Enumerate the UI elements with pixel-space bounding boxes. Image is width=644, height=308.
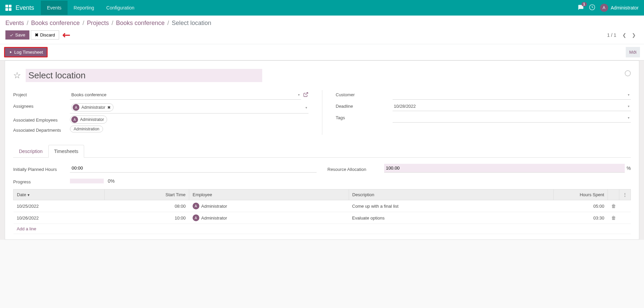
cell-hours[interactable]: 03:30 — [554, 212, 608, 224]
cell-employee[interactable]: AAdministrator — [189, 212, 349, 224]
delete-row-icon[interactable]: 🗑 — [611, 215, 616, 221]
progress-pct: 0% — [108, 178, 115, 184]
remove-assignee-icon[interactable]: ✖ — [107, 105, 110, 110]
chat-icon[interactable]: 1 — [577, 4, 584, 11]
resource-alloc-input[interactable] — [384, 164, 625, 173]
cell-date[interactable]: 10/25/2022 — [14, 200, 105, 212]
breadcrumb: Events/ Books conference/ Projects/ Book… — [5, 20, 211, 27]
kanban-stage-circle[interactable] — [625, 70, 631, 76]
deadline-field[interactable]: 10/28/2022▾ — [393, 102, 631, 111]
nav-configuration[interactable]: Configuration — [100, 1, 141, 15]
label-assoc-dept: Associated Departments — [13, 126, 70, 133]
label-resource-alloc: Resource Allocation — [327, 165, 384, 172]
assoc-dept-tag[interactable]: Administration — [70, 126, 103, 132]
crumb-current: Select location — [172, 20, 211, 27]
assignee-tag[interactable]: A Administrator ✖ — [71, 103, 114, 111]
nav-reporting[interactable]: Reporting — [68, 1, 100, 15]
user-name: Administrator — [611, 5, 639, 10]
sort-caret-icon: ▼ — [27, 193, 30, 197]
user-avatar: A — [600, 4, 608, 12]
col-description[interactable]: Description — [349, 189, 553, 200]
crumb-books-conf-1[interactable]: Books conference — [31, 20, 80, 27]
label-deadline: Deadline — [336, 102, 393, 109]
annotation-arrow: ↙ — [59, 28, 73, 42]
log-timesheet-bar: Log Timesheet Mới — [0, 44, 644, 60]
discard-button[interactable]: ✖ Discard — [31, 30, 59, 40]
emp-avatar: A — [193, 203, 199, 209]
label-assignees: Assignees — [13, 102, 70, 109]
external-link-icon[interactable] — [303, 92, 308, 98]
table-options-icon[interactable]: ⋮ — [619, 189, 631, 200]
emp-avatar: A — [193, 214, 199, 221]
user-menu[interactable]: A Administrator — [600, 4, 639, 12]
tab-timesheets[interactable]: Timesheets — [48, 145, 84, 158]
tags-field[interactable]: ▾ — [393, 113, 631, 123]
crumb-projects[interactable]: Projects — [87, 20, 109, 27]
action-bar: Save ✖ Discard ↙ 1 / 1 ❮ ❯ — [0, 29, 644, 44]
favorite-star-icon[interactable]: ☆ — [13, 70, 21, 81]
form-sheet: ☆ Project Books conference▾ — [5, 60, 639, 240]
resource-unit: % — [627, 165, 631, 171]
label-assoc-emp: Associated Employees — [13, 116, 70, 123]
delete-row-icon[interactable]: 🗑 — [611, 203, 616, 209]
log-timesheet-button[interactable]: Log Timesheet — [4, 47, 48, 57]
pager-next[interactable]: ❯ — [629, 31, 639, 39]
planned-hours-input[interactable] — [70, 164, 317, 173]
save-button[interactable]: Save — [5, 30, 29, 40]
timesheet-table: Date▼ Start Time Employee Description Ho… — [13, 189, 631, 234]
activity-icon[interactable] — [589, 4, 595, 11]
add-line-link[interactable]: Add a line — [14, 224, 631, 234]
status-new[interactable]: Mới — [626, 47, 640, 57]
project-field[interactable]: Books conference▾ — [70, 90, 301, 100]
crumb-events[interactable]: Events — [5, 20, 24, 27]
col-employee[interactable]: Employee — [189, 189, 349, 200]
col-date[interactable]: Date▼ — [14, 189, 105, 200]
pager: 1 / 1 ❮ ❯ — [607, 31, 639, 39]
apps-launcher-icon[interactable] — [5, 5, 11, 11]
label-customer: Customer — [336, 90, 393, 97]
cell-description[interactable]: Come up with a final list — [349, 200, 553, 212]
table-row[interactable]: 10/25/202208:00AAdministratorCome up wit… — [14, 200, 631, 212]
cell-hours[interactable]: 05:00 — [554, 200, 608, 212]
label-planned-hours: Initially Planned Hours — [13, 165, 70, 172]
cell-employee[interactable]: AAdministrator — [189, 200, 349, 212]
breadcrumb-row: Events/ Books conference/ Projects/ Book… — [0, 16, 644, 29]
cell-description[interactable]: Evaluate options — [349, 212, 553, 224]
cell-start[interactable]: 10:00 — [105, 212, 189, 224]
crumb-books-conf-2[interactable]: Books conference — [116, 20, 165, 27]
cell-start[interactable]: 08:00 — [105, 200, 189, 212]
pager-prev[interactable]: ❮ — [620, 31, 629, 39]
assignees-field[interactable]: A Administrator ✖ ▾ — [70, 102, 308, 113]
customer-field[interactable]: ▾ — [393, 90, 631, 100]
app-title: Events — [16, 4, 34, 11]
pager-count: 1 / 1 — [607, 32, 616, 38]
chat-badge: 1 — [581, 2, 587, 6]
assoc-emp-tag[interactable]: A Administrator — [70, 116, 107, 124]
label-tags: Tags — [336, 113, 393, 120]
label-progress: Progress — [13, 177, 70, 184]
col-start-time[interactable]: Start Time — [105, 189, 189, 200]
table-row[interactable]: 10/26/202210:00AAdministratorEvaluate op… — [14, 212, 631, 224]
task-title-input[interactable] — [26, 69, 262, 82]
cell-date[interactable]: 10/26/2022 — [14, 212, 105, 224]
nav-events[interactable]: Events — [41, 1, 68, 15]
tabs: Description Timesheets — [13, 145, 631, 158]
navbar: Events Events Reporting Configuration 1 … — [0, 0, 644, 16]
progress-bar — [70, 179, 104, 183]
tab-description[interactable]: Description — [13, 145, 48, 158]
col-hours-spent[interactable]: Hours Spent — [554, 189, 608, 200]
label-project: Project — [13, 90, 70, 97]
